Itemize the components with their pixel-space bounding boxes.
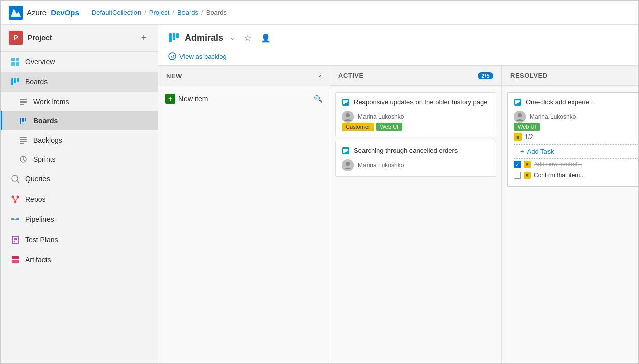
- boards-parent-icon: [10, 77, 20, 87]
- column-active-body: Responsive updates on the older history …: [330, 86, 501, 363]
- sidebar-item-overview[interactable]: Overview: [1, 52, 158, 72]
- sidebar-item-queries[interactable]: Queries: [1, 169, 158, 189]
- column-new-collapse-button[interactable]: ‹: [319, 72, 322, 80]
- svg-point-57: [518, 113, 522, 117]
- view-as-backlog-text: View as backlog: [179, 53, 227, 60]
- queries-label: Queries: [25, 175, 50, 183]
- svg-rect-37: [176, 33, 179, 38]
- child-task-1-icon: ■: [524, 161, 531, 168]
- column-resolved-body: One-click add experie... Marina Lukoshko…: [502, 86, 638, 363]
- content-area: Admirals ⌄ ☆ 👤 ↺ View as backlog: [158, 25, 638, 363]
- sidebar-item-pipelines[interactable]: Pipelines: [1, 209, 158, 230]
- card3-type-icon: [514, 98, 522, 106]
- svg-rect-7: [14, 78, 16, 83]
- card2-type-icon: [342, 147, 350, 155]
- view-as-backlog-link[interactable]: ↺ View as backlog: [168, 49, 628, 65]
- sidebar-item-work-items[interactable]: Work Items: [1, 92, 158, 111]
- project-info: P Project: [9, 31, 52, 45]
- svg-rect-10: [20, 101, 27, 103]
- new-item-button[interactable]: + New item: [165, 94, 208, 104]
- work-item-card-1[interactable]: Responsive updates on the older history …: [335, 92, 496, 136]
- column-resolved-label: Resolved: [510, 72, 548, 79]
- svg-rect-14: [25, 118, 26, 121]
- boards-parent-label: Boards: [25, 78, 48, 86]
- work-item-card-2[interactable]: Searching through cancelled orders Marin…: [335, 141, 496, 177]
- child-task-1-text: Add new control...: [534, 161, 582, 168]
- sidebar-item-test-plans[interactable]: Test Plans: [1, 230, 158, 250]
- project-avatar: P: [9, 31, 23, 45]
- overview-label: Overview: [25, 58, 55, 66]
- pipelines-icon: [10, 214, 20, 224]
- child-task-2-checkbox[interactable]: [514, 172, 521, 179]
- breadcrumb-item-2[interactable]: Project: [149, 9, 169, 16]
- page-title: Admirals: [185, 33, 223, 43]
- pipelines-label: Pipelines: [25, 215, 54, 223]
- child-task-2-icon: ■: [524, 172, 531, 179]
- svg-rect-34: [12, 256, 19, 259]
- sidebar-item-boards-parent[interactable]: Boards: [1, 72, 158, 92]
- svg-rect-17: [20, 141, 27, 142]
- card1-footer: Marina Lukoshko: [342, 111, 490, 123]
- card3-avatar: [514, 111, 526, 123]
- add-task-plus: +: [520, 148, 524, 155]
- sidebar-item-backlogs[interactable]: Backlogs: [1, 130, 158, 150]
- sidebar-item-boards[interactable]: Boards: [1, 111, 158, 130]
- app-logo[interactable]: Azure DevOps: [9, 6, 79, 20]
- new-column-search-button[interactable]: 🔍: [314, 95, 323, 103]
- card3-tag-webui: Web UI: [514, 123, 540, 131]
- add-project-button[interactable]: +: [138, 32, 150, 44]
- card1-avatar: [342, 111, 354, 123]
- column-new-body: + New item 🔍: [158, 86, 330, 363]
- sidebar-item-artifacts[interactable]: Artifacts: [1, 250, 158, 270]
- sidebar-item-sprints[interactable]: Sprints: [1, 150, 158, 169]
- breadcrumb-item-1[interactable]: DefaultCollection: [92, 9, 141, 16]
- logo-azure-text: Azure: [27, 8, 47, 17]
- column-active-label: Active: [338, 72, 364, 79]
- svg-rect-47: [343, 149, 345, 153]
- work-items-label: Work Items: [33, 98, 69, 106]
- child-task-1: ✓ ■ Add new control...: [514, 159, 638, 170]
- active-column-badge: 2/5: [478, 72, 493, 79]
- overview-icon: [10, 57, 20, 67]
- svg-rect-41: [343, 100, 345, 104]
- new-item-row: + New item 🔍: [163, 93, 325, 105]
- sidebar-item-repos[interactable]: Repos: [1, 189, 158, 209]
- tag-customer: Customer: [342, 123, 374, 131]
- child-task-2: ■ Confirm that item...: [514, 170, 638, 181]
- repos-label: Repos: [25, 195, 45, 203]
- title-dropdown-button[interactable]: ⌄: [227, 33, 237, 42]
- column-header-resolved: Resolved: [502, 66, 638, 86]
- project-name[interactable]: Project: [28, 34, 52, 42]
- sidebar-project-header: P Project +: [1, 25, 158, 52]
- svg-rect-6: [11, 78, 13, 85]
- svg-rect-4: [11, 62, 15, 66]
- add-task-button[interactable]: + Add Task: [514, 144, 638, 159]
- column-header-active: Active 2/5: [330, 66, 501, 86]
- column-header-new: New ‹: [158, 66, 330, 86]
- card1-title: Responsive updates on the older history …: [354, 98, 488, 107]
- column-new-label: New: [166, 72, 182, 80]
- child-task-1-checkbox[interactable]: ✓: [514, 161, 521, 168]
- svg-point-23: [17, 196, 19, 198]
- svg-text:↺: ↺: [171, 54, 175, 59]
- card3-footer: Marina Lukoshko: [514, 111, 638, 123]
- artifacts-icon: [10, 255, 20, 265]
- tag-webui: Web UI: [376, 123, 402, 131]
- favorite-button[interactable]: ☆: [241, 31, 255, 45]
- svg-point-22: [12, 196, 14, 198]
- new-item-plus-icon: +: [165, 94, 175, 104]
- card1-user: Marina Lukoshko: [358, 113, 404, 120]
- card3-user: Marina Lukoshko: [530, 113, 576, 120]
- svg-rect-15: [20, 137, 27, 138]
- sprints-label: Sprints: [33, 155, 56, 163]
- artifacts-label: Artifacts: [25, 256, 51, 264]
- new-item-label: New item: [178, 95, 208, 103]
- svg-rect-53: [515, 100, 517, 104]
- team-settings-button[interactable]: 👤: [259, 31, 273, 45]
- svg-rect-2: [11, 58, 15, 61]
- breadcrumb-item-3[interactable]: Boards: [177, 9, 198, 16]
- backlog-link-icon: ↺: [168, 52, 176, 60]
- card2-title-row: Searching through cancelled orders: [342, 146, 490, 155]
- work-item-card-3[interactable]: One-click add experie... Marina Lukoshko…: [507, 92, 638, 187]
- svg-rect-11: [20, 104, 24, 105]
